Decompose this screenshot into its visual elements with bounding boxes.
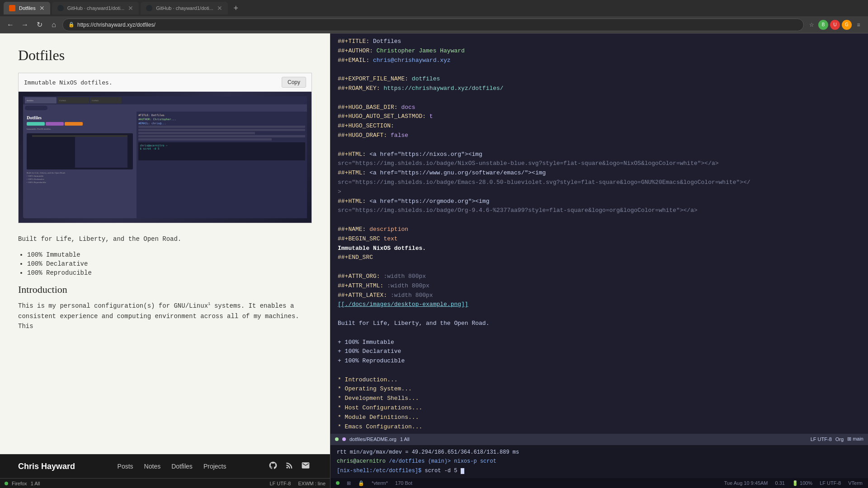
code-line-blank1 bbox=[338, 65, 861, 75]
code-line-h-host: * Host Configurations... bbox=[338, 404, 861, 413]
editor-filename: dotfiles/README.org bbox=[349, 436, 396, 442]
refresh-button[interactable]: ↻ bbox=[33, 19, 45, 31]
tab-bar: Dotfiles ✕ GitHub · chayward1/doti... ✕ … bbox=[0, 0, 868, 16]
editor-extra: ⊞ main bbox=[847, 436, 863, 442]
browser-name: Firefox bbox=[12, 481, 27, 486]
code-line-built: Built for Life, Liberty, and the Open Ro… bbox=[338, 319, 861, 328]
mini-inner bbox=[32, 135, 128, 168]
new-tab-button[interactable]: + bbox=[230, 2, 242, 14]
code-line-attr-latex: ##+ATTR_LATEX: :width 800px bbox=[338, 291, 861, 300]
code-line-attr-org: ##+ATTR_ORG: :width 800px bbox=[338, 272, 861, 282]
code-line-html3: ##+HTML: <a href="https://orgmode.org"><… bbox=[338, 197, 861, 206]
mini-code-1 bbox=[138, 126, 305, 128]
code-line-h-os: * Operating System... bbox=[338, 385, 861, 394]
terminal-area: rtt min/avg/max/mdev = 49.294/186.651/36… bbox=[330, 445, 868, 478]
mode-status: EXWM : line bbox=[298, 481, 326, 486]
code-line-html2-close: > bbox=[338, 188, 861, 197]
terminal-user: chris@acernitro bbox=[337, 458, 386, 465]
mini-badge-1 bbox=[27, 122, 45, 126]
nav-link-notes[interactable]: Notes bbox=[144, 463, 161, 470]
mini-tab-3: GitHub bbox=[90, 97, 122, 103]
code-line-name: ##+NAME: description bbox=[338, 225, 861, 235]
status-dot-indicator bbox=[5, 482, 8, 485]
mini-badges bbox=[27, 122, 133, 126]
mini-content: Dotfiles Immutable NixOS dotfiles. bbox=[23, 112, 307, 218]
nav-link-dotfiles[interactable]: Dotfiles bbox=[171, 463, 193, 470]
tab-favicon-dotfiles bbox=[9, 5, 15, 11]
browser-workspace: 1 All bbox=[31, 481, 40, 486]
mini-badge-3 bbox=[65, 122, 83, 126]
site-brand[interactable]: Chris Hayward bbox=[18, 462, 75, 471]
tab-close-github2[interactable]: ✕ bbox=[217, 5, 222, 12]
home-button[interactable]: ⌂ bbox=[48, 19, 60, 31]
code-line-html2-src: src="https://img.shields.io/badge/Emacs-… bbox=[338, 178, 861, 188]
bs-lock: 🔒 bbox=[358, 480, 364, 486]
intro-text-1: This is my personal configuration(s) for… bbox=[18, 302, 208, 310]
mini-right-panel: #TITLE: Dotfiles #AUTHOR: Christopher...… bbox=[137, 112, 307, 218]
editor-status-bar: dotfiles/README.org 1 All LF UTF-8 Org ⊞… bbox=[330, 434, 868, 445]
copy-button[interactable]: Copy bbox=[282, 77, 306, 88]
extension3-icon[interactable]: G bbox=[842, 20, 852, 30]
nav-link-projects[interactable]: Projects bbox=[203, 463, 226, 470]
mini-dotfiles-title: Dotfiles bbox=[27, 115, 133, 120]
code-line-blank4 bbox=[338, 216, 861, 225]
screenshot-caption: Immutable NixOS dotfiles. bbox=[24, 79, 113, 86]
tab-dotfiles[interactable]: Dotfiles ✕ bbox=[4, 2, 50, 14]
terminal-cmd: scrot -d 5 bbox=[425, 468, 457, 474]
code-line-email: ##+EMAIL: chris@chrishayward.xyz bbox=[338, 56, 861, 66]
code-line-reproducible: + 100% Reproducible bbox=[338, 357, 861, 366]
code-line-declarative: + 100% Declarative bbox=[338, 347, 861, 357]
code-line-hugo-auto: ##+HUGO_AUTO_SET_LASTMOD: t bbox=[338, 112, 861, 122]
bs-vterm: *vterm* bbox=[372, 480, 388, 486]
extension2-icon[interactable]: U bbox=[830, 20, 840, 30]
mini-nav-bar bbox=[23, 104, 307, 112]
site-navigation: Chris Hayward Posts Notes Dotfiles Proje… bbox=[0, 454, 330, 478]
terminal-cmd-line: [nix-shell:/etc/dotfiles]$ scrot -d 5 bbox=[337, 466, 862, 475]
code-line-blank6 bbox=[338, 310, 861, 319]
mini-left-panel: Dotfiles Immutable NixOS dotfiles. bbox=[23, 112, 137, 218]
nav-bar: ← → ↻ ⌂ 🔒 https://chrishayward.xyz/dotfi… bbox=[0, 16, 868, 33]
terminal-path: /e/dotfiles (main)> bbox=[389, 458, 454, 465]
tab-favicon-github2 bbox=[146, 5, 152, 11]
code-line-dotfiles-text: Immutable NixOS dotfiles. bbox=[338, 244, 861, 253]
extension1-icon[interactable]: B bbox=[818, 20, 828, 30]
code-line-html3-src: src="https://img.shields.io/badge/Org-9.… bbox=[338, 206, 861, 216]
url-bar[interactable]: 🔒 https://chrishayward.xyz/dotfiles/ bbox=[62, 19, 804, 31]
bookmark-icon[interactable]: ☆ bbox=[807, 20, 816, 30]
bullet-list: 100% Immutable 100% Declarative 100% Rep… bbox=[27, 251, 312, 277]
tab-github1[interactable]: GitHub · chayward1/doti... ✕ bbox=[52, 2, 139, 14]
mini-terminal: chris@acernitro ~ $ scrot -d 5 bbox=[138, 142, 305, 160]
tab-github2[interactable]: GitHub · chayward1/doti... ✕ bbox=[141, 2, 228, 14]
bs-vterm-label: VTerm bbox=[848, 480, 863, 486]
tab-close-github1[interactable]: ✕ bbox=[128, 5, 133, 12]
status-right: LF UTF-8 EXWM : line bbox=[269, 481, 326, 486]
list-item-declarative: 100% Declarative bbox=[27, 260, 312, 267]
screenshot-inner: dotfiles GitHub GitHub Dotfiles bbox=[19, 92, 311, 223]
menu-icon[interactable]: ≡ bbox=[854, 20, 863, 30]
forward-button[interactable]: → bbox=[19, 19, 31, 31]
lock-icon: 🔒 bbox=[68, 22, 75, 28]
back-button[interactable]: ← bbox=[5, 19, 16, 31]
page-title: Dotfiles bbox=[18, 47, 312, 64]
editor-content[interactable]: ##+TITLE: Dotfiles ##+AUTHOR: Christophe… bbox=[330, 33, 868, 434]
browser-content: Dotfiles Immutable NixOS dotfiles. Copy … bbox=[0, 33, 330, 488]
github-social-icon[interactable] bbox=[269, 461, 279, 472]
nav-link-posts[interactable]: Posts bbox=[118, 463, 133, 470]
email-social-icon[interactable] bbox=[301, 461, 312, 472]
mini-build-text: Built for Life, Liberty, and the Open Ro… bbox=[27, 171, 133, 174]
mini-code-2 bbox=[138, 129, 305, 131]
mini-bullets: • 100% Immutable• 100% Declarative• 100%… bbox=[27, 174, 133, 184]
code-line-blank2 bbox=[338, 94, 861, 103]
code-line-img-link: [[./docs/images/desktop-example.png]] bbox=[338, 300, 861, 310]
encoding-status: LF UTF-8 bbox=[269, 481, 291, 486]
code-line-h-emacs: * Emacs Configuration... bbox=[338, 422, 861, 432]
code-line-html1: ##+HTML: <a href="https://nixos.org"><im… bbox=[338, 150, 861, 160]
editor-info: 1 All bbox=[400, 436, 410, 442]
mini-tab-bar: dotfiles GitHub GitHub bbox=[23, 96, 307, 104]
bs-battery: 🔋 100% bbox=[792, 480, 812, 486]
screenshot-box: Immutable NixOS dotfiles. Copy dotfiles … bbox=[18, 73, 312, 223]
mini-code-5 bbox=[138, 138, 272, 141]
tab-close-dotfiles[interactable]: ✕ bbox=[39, 5, 45, 12]
mini-tab-2: GitHub bbox=[57, 97, 89, 103]
rss-social-icon[interactable] bbox=[285, 461, 296, 472]
